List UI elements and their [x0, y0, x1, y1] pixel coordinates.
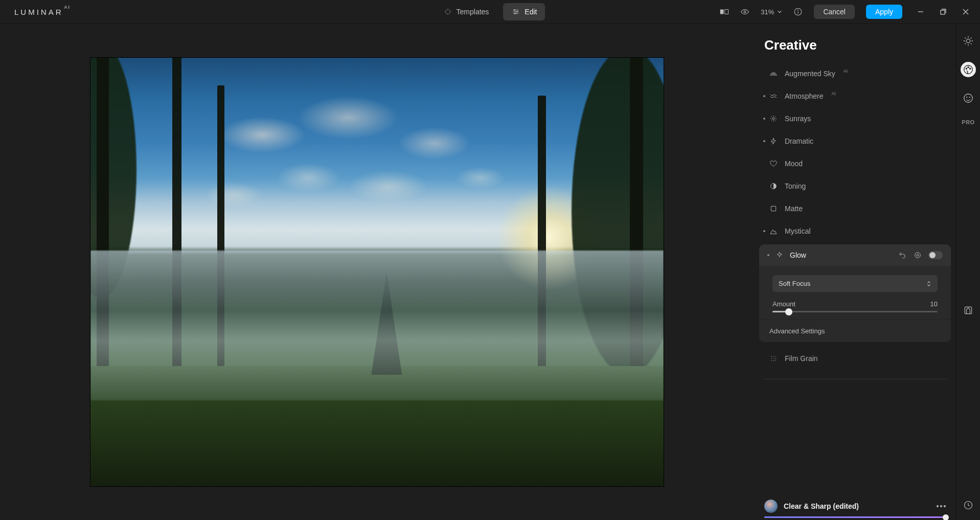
svg-point-25 — [774, 358, 774, 358]
svg-point-32 — [966, 68, 967, 69]
glow-mode-dropdown[interactable]: Soft Focus — [772, 275, 938, 292]
preset-thumbnail[interactable] — [764, 500, 778, 513]
amount-slider: Amount 10 — [772, 300, 938, 312]
heart-icon — [769, 160, 778, 168]
tool-label: Mystical — [785, 227, 811, 235]
rail-creative[interactable] — [961, 62, 976, 77]
svg-point-37 — [969, 97, 970, 98]
window-maximize[interactable] — [939, 8, 947, 16]
tool-matte[interactable]: Matte — [754, 197, 956, 220]
templates-tab[interactable]: Templates — [435, 3, 497, 20]
sliders-icon — [511, 7, 520, 16]
window-close[interactable] — [962, 8, 970, 16]
svg-rect-13 — [941, 10, 945, 14]
preset-name[interactable]: Clear & Sharp (edited) — [784, 502, 930, 510]
photo-decor — [630, 58, 643, 443]
app-suffix: AI — [64, 5, 71, 10]
preset-menu-icon[interactable] — [937, 505, 946, 507]
bolt-icon — [769, 137, 778, 145]
edit-label: Edit — [525, 8, 537, 16]
edit-panel: Creative Augmented SkyAI AtmosphereAI Su… — [754, 24, 956, 520]
window-minimize[interactable] — [917, 8, 925, 16]
rail-composition[interactable] — [961, 303, 976, 318]
modified-dot-icon — [763, 118, 765, 120]
photo-decor — [572, 58, 664, 375]
mode-switch: Templates Edit — [435, 3, 545, 20]
waves-icon — [769, 92, 778, 100]
preset-slider-thumb[interactable] — [943, 514, 949, 521]
tool-label: Film Grain — [785, 354, 818, 363]
zoom-control[interactable]: 31% — [761, 8, 782, 16]
panel-title: Creative — [754, 37, 956, 62]
svg-point-16 — [772, 118, 774, 120]
amount-track[interactable] — [772, 311, 938, 312]
svg-point-30 — [966, 39, 970, 42]
modified-dot-icon — [763, 140, 765, 142]
tool-film-grain[interactable]: Film Grain — [754, 347, 956, 370]
tool-toning[interactable]: Toning — [754, 175, 956, 197]
photo-decor — [371, 273, 402, 375]
svg-point-20 — [917, 254, 919, 256]
modified-dot-icon — [767, 254, 769, 256]
tool-label: Mood — [785, 160, 803, 168]
amount-label: Amount — [772, 300, 795, 308]
tool-label: Dramatic — [785, 137, 813, 145]
mask-icon[interactable] — [913, 251, 922, 260]
canvas-area[interactable] — [0, 24, 754, 520]
glow-body: Soft Focus Amount 10 — [759, 266, 951, 320]
sparkle-icon — [776, 251, 784, 259]
top-bar: LUMINARAI Templates Edit 31% C — [0, 0, 980, 24]
compare-icon[interactable] — [720, 7, 729, 16]
ai-badge: AI — [831, 91, 836, 96]
svg-point-36 — [967, 97, 967, 98]
rail-history[interactable] — [961, 498, 976, 513]
preview-eye-icon[interactable] — [740, 7, 749, 16]
svg-point-8 — [744, 11, 746, 13]
tool-augmented-sky[interactable]: Augmented SkyAI — [754, 62, 956, 85]
sparkle-icon — [443, 7, 452, 16]
rail-portrait[interactable] — [961, 91, 976, 106]
tool-glow-card: Glow Soft Focus Amount 10 — [759, 244, 951, 342]
glow-title: Glow — [790, 251, 892, 259]
photo-decor — [217, 85, 224, 443]
tool-label: Sunrays — [785, 115, 811, 123]
advanced-settings-button[interactable]: Advanced Settings — [759, 320, 951, 342]
rail-essentials[interactable] — [961, 33, 976, 49]
contrast-icon — [769, 182, 778, 190]
apply-button[interactable]: Apply — [866, 5, 902, 19]
tool-mystical[interactable]: Mystical — [754, 220, 956, 242]
preset-strength-slider[interactable] — [764, 516, 946, 518]
info-icon[interactable] — [793, 7, 803, 16]
svg-point-19 — [915, 253, 921, 258]
amount-thumb[interactable] — [785, 308, 792, 315]
app-logo: LUMINARAI — [0, 8, 70, 16]
tool-mood[interactable]: Mood — [754, 152, 956, 175]
svg-rect-6 — [720, 10, 724, 14]
svg-point-27 — [771, 360, 771, 360]
tool-dramatic[interactable]: Dramatic — [754, 130, 956, 152]
tool-atmosphere[interactable]: AtmosphereAI — [754, 85, 956, 107]
photo-preview[interactable] — [90, 58, 664, 486]
amount-value: 10 — [930, 300, 938, 308]
svg-point-26 — [776, 359, 776, 359]
cancel-button[interactable]: Cancel — [814, 5, 855, 19]
svg-point-34 — [970, 68, 971, 69]
category-rail: PRO — [956, 24, 980, 520]
tool-list: Augmented SkyAI AtmosphereAI Sunrays Dra… — [754, 62, 956, 379]
chevron-updown-icon — [926, 280, 931, 287]
svg-rect-18 — [771, 206, 776, 211]
glow-header[interactable]: Glow — [759, 244, 951, 266]
rail-pro[interactable]: PRO — [962, 119, 974, 125]
sun-icon — [769, 115, 778, 123]
modified-dot-icon — [763, 95, 765, 97]
photo-decor — [97, 58, 109, 443]
tool-label: Augmented Sky — [785, 70, 835, 78]
grain-icon — [769, 354, 778, 363]
tool-sunrays[interactable]: Sunrays — [754, 107, 956, 130]
svg-point-33 — [968, 66, 969, 67]
undo-icon[interactable] — [898, 251, 907, 260]
glow-toggle[interactable] — [928, 251, 943, 259]
svg-point-24 — [771, 358, 772, 358]
edit-tab[interactable]: Edit — [503, 3, 545, 20]
panel-divider — [763, 379, 947, 379]
